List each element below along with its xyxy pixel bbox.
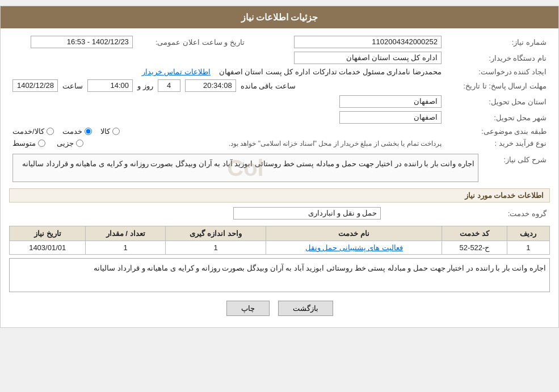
col-header-qty: تعداد / مقدار	[86, 226, 166, 241]
buyer-notes-text: اجاره وانت بار با راننده در اختیار جهت ح…	[94, 264, 546, 272]
delivery-province-input: اصفهان	[339, 95, 442, 108]
radio-kala-khedmat-input[interactable]	[47, 128, 54, 135]
contact-info-link[interactable]: اطلاعات تماس خریدار	[142, 68, 211, 76]
radio-kala-khedmat-label: کالا/خدمت	[12, 127, 44, 136]
days-label: روز و	[137, 82, 153, 90]
announce-datetime-input: 1402/12/23 - 16:53	[31, 36, 133, 48]
services-table-section: ردیف کد خدمت نام خدمت واحد اندازه گیری ت…	[9, 226, 550, 255]
delivery-city-label: شهر محل تحویل:	[445, 109, 550, 125]
row-num: 1	[507, 241, 549, 255]
row-code: ح-522-52	[442, 241, 507, 255]
need-number-label: شماره نیاز:	[445, 34, 550, 50]
process-note-text: پرداخت تمام یا بخشی از مبلغ خریدار از مح…	[95, 140, 442, 147]
need-number-value: 1102004342000252	[265, 34, 445, 50]
col-header-name: نام خدمت	[266, 226, 442, 241]
radio-kala-khedmat[interactable]: کالا/خدمت	[12, 127, 54, 136]
radio-motavaset-label: متوسط	[12, 139, 36, 147]
radio-khedmat-input[interactable]	[85, 128, 92, 135]
services-table: ردیف کد خدمت نام خدمت واحد اندازه گیری ت…	[9, 226, 550, 255]
print-button[interactable]: چاپ	[226, 301, 270, 316]
buyer-org-input: اداره کل پست استان اصفهان	[294, 52, 442, 64]
radio-jozii-label: جزیی	[57, 139, 74, 147]
row-name[interactable]: فعالیت های پشتیبانی حمل ونقل	[266, 241, 442, 255]
service-group-label: گروه خدمت:	[384, 205, 550, 221]
announce-datetime-value: 1402/12/23 - 16:53	[9, 34, 136, 50]
requester-label: ایجاد کننده درخواست:	[445, 66, 550, 78]
col-header-code: کد خدمت	[442, 226, 507, 241]
general-desc-box: اجاره وانت بار با راننده در اختیار جهت ح…	[12, 154, 478, 182]
radio-motavaset-input[interactable]	[38, 140, 45, 147]
delivery-city-input: اصفهان	[339, 111, 442, 124]
row-date: 1403/01/01	[10, 241, 86, 255]
announce-datetime-label: تاریخ و ساعت اعلان عمومی:	[136, 34, 248, 50]
deadline-remaining-input: 20:34:08	[185, 79, 236, 92]
col-header-row: ردیف	[507, 226, 549, 241]
time-label: ساعت	[62, 82, 83, 90]
need-number-input: 1102004342000252	[294, 36, 442, 48]
remaining-label: ساعت باقی مانده	[241, 82, 296, 90]
col-header-unit: واحد اندازه گیری	[165, 226, 266, 241]
back-button[interactable]: بازگشت	[278, 301, 333, 316]
general-desc-label: شرح کلی نیاز:	[482, 152, 550, 184]
table-row: 1 ح-522-52 فعالیت های پشتیبانی حمل ونقل …	[10, 241, 550, 255]
col-watermark: Col	[227, 149, 263, 187]
radio-kala[interactable]: کالا	[100, 127, 120, 136]
radio-jozii[interactable]: جزیی	[57, 139, 83, 147]
requester-text: محمدرضا نامداری مسئول خدمات تدارکات ادار…	[219, 68, 442, 76]
buttons-row: بازگشت چاپ	[9, 301, 550, 316]
service-group-input: حمل و نقل و انبارداری	[233, 207, 381, 220]
delivery-province-label: استان محل تحویل:	[445, 94, 550, 109]
page-title: جزئیات اطلاعات نیاز	[1, 6, 558, 28]
buyer-notes-section: اجاره وانت بار با راننده در اختیار جهت ح…	[9, 258, 550, 292]
deadline-date-input: 1402/12/28	[12, 79, 58, 92]
radio-khedmat[interactable]: خدمت	[62, 127, 92, 136]
buyer-notes-box: اجاره وانت بار با راننده در اختیار جهت ح…	[9, 258, 550, 292]
radio-kala-input[interactable]	[112, 128, 120, 135]
radio-jozii-input[interactable]	[76, 140, 83, 147]
deadline-label: مهلت ارسال پاسخ: تا تاریخ:	[445, 78, 550, 94]
radio-kala-label: کالا	[100, 127, 110, 136]
subject-type-group: کالا/خدمت خدمت کالا	[12, 127, 442, 136]
deadline-time-input: 14:00	[87, 79, 133, 92]
row-unit: 1	[165, 241, 266, 255]
deadline-days-input: 4	[158, 79, 180, 92]
row-qty: 1	[86, 241, 166, 255]
process-type-label: نوع فرآیند خرید :	[445, 137, 550, 149]
radio-khedmat-label: خدمت	[62, 127, 82, 136]
buyer-org-label: نام دستگاه خریدار:	[445, 50, 550, 66]
col-header-date: تاریخ نیاز	[10, 226, 86, 241]
radio-motavaset[interactable]: متوسط	[12, 139, 45, 147]
general-desc-text: اجاره وانت بار با راننده در اختیار جهت ح…	[22, 159, 474, 168]
services-section-title: اطلاعات خدمات مورد نیاز	[9, 188, 550, 203]
subject-type-label: طبقه بندی موضوعی:	[445, 125, 550, 137]
